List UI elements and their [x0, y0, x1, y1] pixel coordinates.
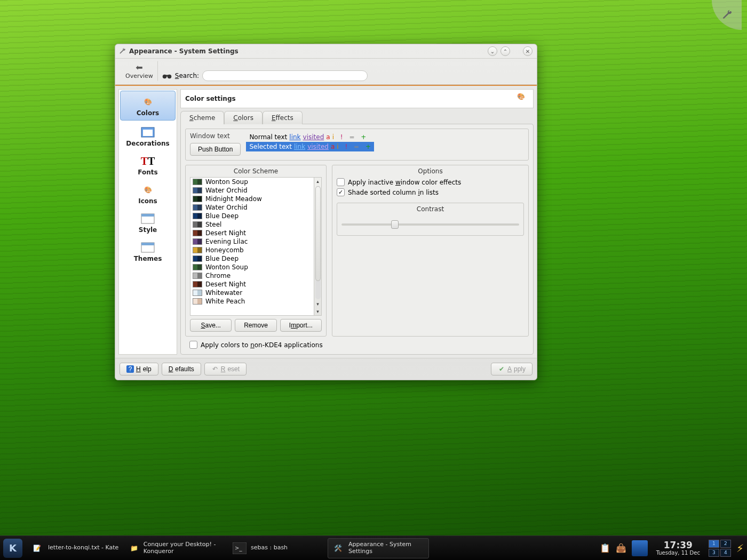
scheme-item[interactable]: Blue Deep [190, 212, 314, 220]
help-button[interactable]: ?Help [120, 363, 158, 375]
close-button[interactable]: ✕ [523, 46, 533, 56]
swatch-icon [193, 179, 202, 185]
swatch-icon [193, 298, 202, 305]
scheme-item[interactable]: Steel [190, 220, 314, 229]
clock[interactable]: 17:39 Tuesday, 11 Dec [653, 540, 703, 556]
search-input[interactable] [202, 70, 368, 81]
scheme-item-label: Desert Night [205, 281, 246, 288]
window-deco-icon [140, 126, 156, 139]
tab-colors[interactable]: Colors [224, 111, 263, 124]
scroll-thumb[interactable] [315, 186, 321, 281]
preview-link[interactable]: link [289, 133, 300, 141]
apply-button[interactable]: ✔Apply [491, 363, 533, 375]
tab-effects[interactable]: Effects [263, 111, 303, 124]
task-kate[interactable]: 📝 letter-to-konqi.txt - Kate [26, 538, 123, 558]
tab-scheme[interactable]: Scheme [180, 111, 224, 124]
scheme-item[interactable]: Honeycomb [190, 246, 314, 254]
swatch-icon [193, 221, 202, 228]
scheme-item-label: Wonton Soup [205, 263, 248, 271]
scheme-item[interactable]: Desert Night [190, 229, 314, 237]
pager-2[interactable]: 2 [720, 540, 731, 548]
scrollbar[interactable]: ▴ ▾ ▾ [314, 178, 321, 315]
apply-nonkde-checkbox[interactable] [189, 341, 197, 349]
preview-normal-row: Normal text link visited ai ! = + [246, 132, 374, 142]
scheme-item-label: Water Orchid [205, 187, 248, 194]
search-label: Search: [175, 72, 199, 79]
device-notifier-icon[interactable] [632, 540, 648, 556]
systemsettings-icon: 🛠️ [331, 540, 345, 556]
preview-link-sel[interactable]: link [294, 143, 305, 150]
preview-visited-sel[interactable]: visited [307, 143, 329, 150]
swatch-icon [193, 273, 202, 279]
shade-sorted-label: Shade sorted column in lists [348, 189, 439, 196]
klipper-icon[interactable]: 📋 [600, 543, 610, 553]
scheme-item-label: Chrome [205, 272, 231, 279]
scheme-item-label: Midnight Meadow [205, 195, 262, 203]
dialog-footer: ?Help Defaults ↶Reset ✔Apply [115, 358, 537, 380]
sidebar-item-themes[interactable]: Themes [119, 237, 177, 266]
sidebar-item-decorations[interactable]: Decorations [119, 122, 177, 150]
pager-4[interactable]: 4 [720, 549, 731, 557]
preview-push-button[interactable]: Push Button [190, 143, 241, 156]
pager-3[interactable]: 3 [709, 549, 719, 557]
battery-icon[interactable]: ⚡ [736, 542, 744, 555]
task-systemsettings[interactable]: 🛠️ Appearance - System Settings [328, 538, 429, 558]
import-button[interactable]: Import... [280, 319, 322, 332]
sidebar-item-icons[interactable]: 🎨 Icons [119, 179, 177, 208]
scroll-up-icon[interactable]: ▴ [314, 178, 322, 185]
themes-icon [140, 241, 156, 254]
slider-handle[interactable] [391, 220, 399, 229]
page-title: Color settings [185, 95, 236, 102]
remove-button[interactable]: Remove [235, 319, 276, 332]
kickoff-menu[interactable]: K [3, 539, 22, 558]
swatch-icon [193, 196, 202, 202]
scheme-item-label: White Peach [205, 298, 245, 305]
task-konqueror[interactable]: 📁 Conquer your Desktop! - Konqueror [125, 538, 226, 558]
svg-text:>_: >_ [235, 545, 242, 551]
scheme-item[interactable]: Blue Deep [190, 254, 314, 263]
scheme-item[interactable]: Chrome [190, 271, 314, 280]
scroll-down-icon[interactable]: ▾ [314, 300, 322, 308]
pager[interactable]: 1 2 3 4 [709, 540, 731, 557]
pager-1[interactable]: 1 [709, 540, 719, 548]
scheme-item[interactable]: Water Orchid [190, 186, 314, 195]
defaults-button[interactable]: Defaults [162, 363, 201, 375]
sidebar-item-fonts[interactable]: TT Fonts [119, 150, 177, 179]
scheme-item[interactable]: Water Orchid [190, 203, 314, 212]
swatch-icon [193, 213, 202, 219]
wallet-icon[interactable]: 👜 [616, 543, 626, 553]
task-konsole[interactable]: >_ sebas : bash [228, 538, 325, 558]
scheme-listbox[interactable]: Wonton SoupWater OrchidMidnight MeadowWa… [190, 177, 322, 316]
titlebar[interactable]: Appearance - System Settings ⌄ ⌃ ✕ [115, 44, 537, 59]
fonts-icon: TT [140, 155, 156, 167]
swatch-icon [193, 247, 202, 253]
shade-sorted-checkbox[interactable]: ✓ [337, 188, 345, 196]
scheme-item[interactable]: White Peach [190, 297, 314, 306]
scheme-item-label: Blue Deep [205, 212, 239, 220]
reset-button[interactable]: ↶Reset [204, 363, 247, 375]
sidebar-item-style[interactable]: Style [119, 208, 177, 237]
scheme-item[interactable]: Whitewater [190, 289, 314, 297]
sidebar-item-colors[interactable]: 🎨 Colors [120, 91, 176, 121]
minimize-button[interactable]: ⌄ [488, 46, 497, 56]
preview-groupbox: Window text Push Button Normal text link… [185, 129, 529, 161]
preview-visited[interactable]: visited [303, 133, 324, 141]
scheme-item[interactable]: Wonton Soup [190, 263, 314, 271]
svg-rect-4 [143, 130, 153, 136]
scheme-item-label: Desert Night [205, 229, 246, 237]
maximize-button[interactable]: ⌃ [500, 46, 510, 56]
scroll-down2-icon[interactable]: ▾ [314, 308, 322, 315]
scheme-item[interactable]: Desert Night [190, 280, 314, 289]
scheme-item[interactable]: Evening Lilac [190, 237, 314, 246]
kate-icon: 📝 [29, 540, 45, 556]
save-button[interactable]: Save... [190, 319, 232, 332]
contrast-slider[interactable] [341, 223, 519, 226]
apply-inactive-checkbox[interactable] [337, 178, 345, 186]
scheme-item[interactable]: Midnight Meadow [190, 195, 314, 203]
sidebar: 🎨 Colors Decorations TT Fonts 🎨 Icons St… [118, 89, 177, 355]
overview-button[interactable]: ⬅ Overview [121, 61, 158, 81]
wrench-icon [118, 47, 126, 55]
scheme-item[interactable]: Wonton Soup [190, 178, 314, 186]
toolbar: ⬅ Overview Search: [115, 59, 537, 85]
kde-panel: K 📝 letter-to-konqi.txt - Kate 📁 Conquer… [0, 535, 747, 560]
